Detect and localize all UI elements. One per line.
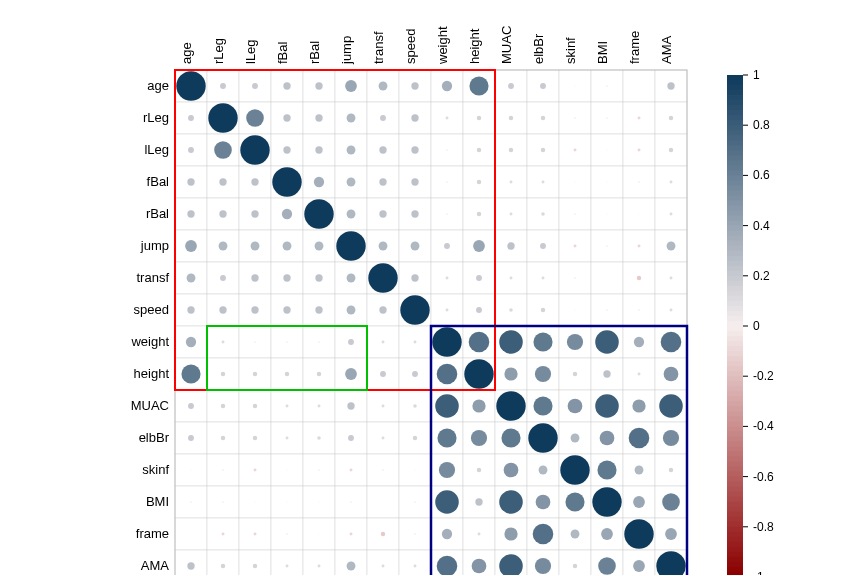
legend-tick-label: 0.6 xyxy=(753,168,770,182)
legend-gradient xyxy=(727,507,743,513)
legend-gradient xyxy=(727,326,743,332)
legend-gradient xyxy=(727,226,743,232)
legend-gradient xyxy=(727,100,743,106)
corr-circle xyxy=(254,533,257,536)
corr-circle xyxy=(283,306,290,313)
legend-gradient xyxy=(727,271,743,277)
legend-gradient xyxy=(727,436,743,442)
corr-circle xyxy=(509,116,513,120)
corr-circle xyxy=(286,533,287,534)
legend-gradient xyxy=(727,211,743,217)
row-label: transf xyxy=(136,270,169,285)
legend-gradient xyxy=(727,441,743,447)
legend-gradient xyxy=(727,150,743,156)
corr-circle xyxy=(315,146,322,153)
legend-gradient xyxy=(727,120,743,126)
legend-gradient xyxy=(727,371,743,377)
legend-gradient xyxy=(727,396,743,402)
row-label: MUAC xyxy=(131,398,169,413)
corr-circle xyxy=(437,428,456,447)
corr-circle xyxy=(432,327,461,356)
legend-gradient xyxy=(727,406,743,412)
corr-circle xyxy=(670,181,673,184)
legend-gradient xyxy=(727,366,743,372)
row-label: BMI xyxy=(146,494,169,509)
legend-gradient xyxy=(727,517,743,523)
corr-circle xyxy=(400,295,429,324)
corr-circle xyxy=(601,528,613,540)
legend-gradient xyxy=(727,190,743,196)
legend-gradient xyxy=(727,527,743,533)
corr-circle xyxy=(639,214,640,215)
corr-circle xyxy=(476,307,482,313)
matrix-cell xyxy=(399,550,431,575)
corr-circle xyxy=(442,529,452,539)
corr-circle xyxy=(504,527,517,540)
corr-circle xyxy=(472,559,487,574)
legend-gradient xyxy=(727,477,743,483)
corr-circle xyxy=(606,85,607,86)
corr-circle xyxy=(214,141,232,159)
legend-gradient xyxy=(727,80,743,86)
corr-circle xyxy=(607,150,608,151)
row-label: speed xyxy=(134,302,169,317)
row-label: AMA xyxy=(141,558,170,573)
corr-circle xyxy=(345,80,357,92)
corr-circle xyxy=(446,181,447,182)
legend-gradient xyxy=(727,296,743,302)
corr-circle xyxy=(254,341,255,342)
corr-circle xyxy=(533,524,554,545)
corr-circle xyxy=(600,431,615,446)
legend-gradient xyxy=(727,75,743,81)
corr-circle xyxy=(185,240,197,252)
row-label: elbBr xyxy=(139,430,170,445)
corr-circle xyxy=(283,146,290,153)
corr-circle xyxy=(446,149,447,150)
legend-gradient xyxy=(727,291,743,297)
corr-circle xyxy=(382,341,385,344)
corr-circle xyxy=(319,502,320,503)
corr-circle xyxy=(222,533,225,536)
col-label: speed xyxy=(403,29,418,64)
col-label: weight xyxy=(435,26,450,65)
corr-circle xyxy=(435,490,459,514)
corr-circle xyxy=(251,274,258,281)
legend-gradient xyxy=(727,241,743,247)
corr-circle xyxy=(606,309,607,310)
corr-circle xyxy=(540,83,546,89)
corr-circle xyxy=(379,242,388,251)
legend-gradient xyxy=(727,497,743,503)
corr-circle xyxy=(573,564,577,568)
col-label: skinf xyxy=(563,37,578,64)
corr-circle xyxy=(661,332,682,353)
corr-circle xyxy=(219,210,226,217)
corr-circle xyxy=(478,533,481,536)
legend-gradient xyxy=(727,201,743,207)
legend-gradient xyxy=(727,557,743,563)
corr-circle xyxy=(286,565,289,568)
corr-circle xyxy=(635,466,644,475)
legend-gradient xyxy=(727,95,743,101)
legend-gradient xyxy=(727,185,743,191)
corr-circle xyxy=(634,337,644,347)
corr-circle xyxy=(507,242,514,249)
corr-circle xyxy=(472,399,485,412)
corr-circle xyxy=(504,463,519,478)
legend-tick-label: 1 xyxy=(753,68,760,82)
corr-circle xyxy=(499,330,523,354)
corr-circle xyxy=(319,534,320,535)
corr-circle xyxy=(541,212,545,216)
legend-gradient xyxy=(727,361,743,367)
corr-circle xyxy=(633,560,645,572)
corr-circle xyxy=(528,423,557,452)
legend-gradient xyxy=(727,552,743,558)
corr-circle xyxy=(670,309,673,312)
legend-gradient xyxy=(727,160,743,166)
corr-circle xyxy=(380,371,386,377)
corr-circle xyxy=(592,487,621,516)
matrix-cell xyxy=(239,550,271,575)
corr-circle xyxy=(606,245,607,246)
legend-gradient xyxy=(727,306,743,312)
corr-circle xyxy=(504,367,517,380)
corr-circle xyxy=(575,86,576,87)
